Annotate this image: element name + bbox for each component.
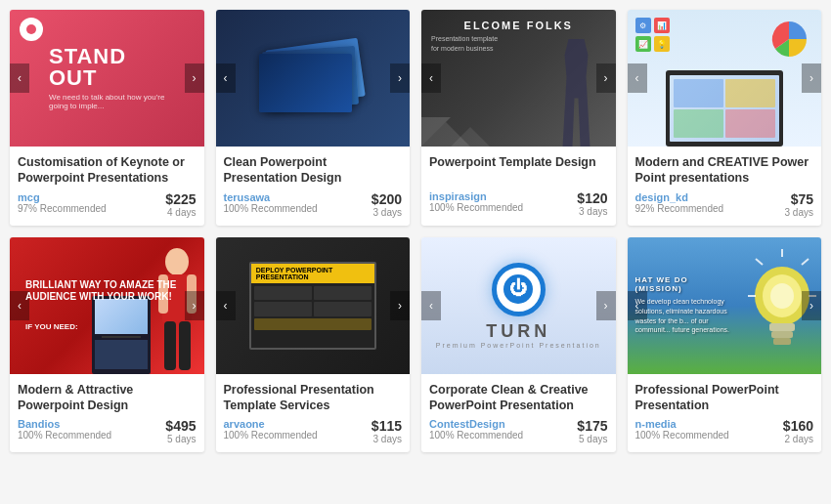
card-7-image: ‹ ⏻ TURN Premium PowerPoint Presentation… [421,237,616,374]
card-8-author[interactable]: n-media [635,418,729,430]
card-1-prev[interactable]: ‹ [10,63,29,93]
card-2-meta: terusawa 100% Recommended $200 3 days [224,191,403,218]
card-3-rating: 100% Recommended [429,202,523,213]
card-5-text-block: BRILLIANT WAY TO AMAZE THE AUDIENCE WITH… [18,272,197,339]
card-4-days: 3 days [785,207,813,218]
card-6-next[interactable]: › [390,291,410,320]
card-7-prev[interactable]: ‹ [421,291,441,320]
card-6-rating: 100% Recommended [224,430,318,441]
pres-cell-4 [314,302,372,316]
card-2[interactable]: ‹ › Clean Powerpoint Presentation Design… [216,10,411,226]
elcome-text: ELCOME FOLKS [464,20,573,31]
monitor-container [661,49,788,147]
card-6-image: ‹ DEPLOY POWERPOINT PRESENTATION › [216,237,411,374]
card-2-next[interactable]: › [390,63,410,93]
card-6-meta: arvaone 100% Recommended $115 3 days [224,418,403,444]
card-4[interactable]: ‹ ⚙ 📊 📈 💡 [628,10,822,226]
card-6-prev[interactable]: ‹ [216,291,236,320]
turn-text: TURN [486,321,550,342]
card-5-price: $495 [165,418,196,434]
card-8[interactable]: ‹ HAT WE DO (MISSION) We develop clean t… [628,237,822,453]
svg-rect-12 [769,323,795,331]
card-6[interactable]: ‹ DEPLOY POWERPOINT PRESENTATION › Profe… [216,237,411,453]
card-5-days: 5 days [165,434,196,444]
stand-out-sub: We need to talk about how you're going t… [29,93,185,110]
card-8-next[interactable]: › [802,291,821,320]
card-5-author[interactable]: Bandios [18,418,111,430]
card-3-prev[interactable]: ‹ [421,63,441,93]
slides-stack [264,44,362,112]
card-8-days: 2 days [783,434,813,444]
card-1-next[interactable]: › [185,63,204,93]
card-1-price: $225 [165,191,196,207]
card-8-text-block: HAT WE DO (MISSION) We develop clean tec… [635,275,733,335]
card-4-author[interactable]: design_kd [635,191,724,203]
turn-sub: Premium PowerPoint Presentation [436,342,601,349]
pres-content [251,283,374,348]
card-1-meta: mcg 97% Recommended $225 4 days [18,191,197,218]
card-4-body: Modern and CREATIVE Power Point presenta… [628,147,822,226]
card-2-author[interactable]: terusawa [224,191,318,203]
power-symbol: ⏻ [509,279,527,297]
brilliant-text: BRILLIANT WAY TO AMAZE THE AUDIENCE WITH… [25,279,189,303]
svg-point-15 [770,283,794,309]
card-3-title: Powerpoint Template Design [429,154,608,186]
card-3-days: 3 days [577,206,607,217]
card-7[interactable]: ‹ ⏻ TURN Premium PowerPoint Presentation… [421,237,616,453]
card-2-prev[interactable]: ‹ [216,63,236,93]
card-5-rating: 100% Recommended [18,430,111,441]
card-3[interactable]: ‹ ELCOME FOLKS Presentation templatefor … [421,10,616,226]
card-8-rating: 100% Recommended [635,430,729,441]
svg-rect-13 [771,331,793,338]
card-1-rating: 97% Recommended [18,203,107,214]
card-1-body: Customisation of Keynote or Powerpoint P… [10,147,204,226]
card-8-price: $160 [783,418,813,434]
card-3-next[interactable]: › [596,63,616,93]
pres-cell-wide [254,318,372,330]
card-8-image: ‹ HAT WE DO (MISSION) We develop clean t… [628,237,822,374]
card-3-body: Powerpoint Template Design inspirasign 1… [421,147,616,225]
pres-cell-3 [254,302,312,316]
card-1-title: Customisation of Keynote or Powerpoint P… [18,154,197,187]
card-7-author[interactable]: ContestDesign [429,418,523,430]
what-we-do-text: HAT WE DO (MISSION) [635,275,733,293]
person-silhouette [557,39,596,147]
card-1[interactable]: ‹ STAND OUT We need to talk about how yo… [10,10,204,226]
card-7-next[interactable]: › [596,291,616,320]
card-1-author[interactable]: mcg [18,191,107,203]
card-5-next[interactable]: › [185,291,204,320]
card-3-image: ‹ ELCOME FOLKS Presentation templatefor … [421,10,616,147]
card-4-image: ‹ ⚙ 📊 📈 💡 [628,10,822,147]
card-1-days: 4 days [165,207,196,218]
card-5-title: Modern & Attractive Powerpoint Design [18,382,197,414]
card-5-image: ‹ BRILLIANT WAY TO AMAZE THE AUDIENCE WI… [10,237,204,374]
card-6-author[interactable]: arvaone [224,418,318,430]
card-4-price: $75 [785,191,813,207]
card-8-meta: n-media 100% Recommended $160 2 days [635,418,814,444]
logo-circle [20,18,43,41]
triangle-decoration [421,98,500,147]
card-2-rating: 100% Recommended [224,203,318,214]
svg-rect-14 [773,338,791,345]
card-7-title: Corporate Clean & Creative PowerPoint Pr… [429,382,608,414]
card-4-next[interactable]: › [802,63,821,93]
card-2-title: Clean Powerpoint Presentation Design [224,154,403,187]
card-5[interactable]: ‹ BRILLIANT WAY TO AMAZE THE AUDIENCE WI… [10,237,204,453]
card-2-price: $200 [372,191,402,207]
card-6-title: Professional Presentation Template Servi… [224,382,403,414]
card-3-author[interactable]: inspirasign [429,190,523,202]
card-2-days: 3 days [372,207,402,218]
card-2-image: ‹ › [216,10,411,147]
pres-header: DEPLOY POWERPOINT PRESENTATION [251,264,374,283]
slide-text: Presentation templatefor modern business [431,34,529,54]
card-7-days: 5 days [577,434,607,444]
svg-line-17 [802,259,809,265]
stand-out-heading: STAND OUT [29,46,185,89]
card-6-price: $115 [372,418,402,434]
card-2-body: Clean Powerpoint Presentation Design ter… [216,147,411,226]
card-7-body: Corporate Clean & Creative PowerPoint Pr… [421,374,616,453]
card-4-prev[interactable]: ‹ [628,63,647,93]
card-3-price: $120 [577,190,607,206]
card-5-body: Modern & Attractive Powerpoint Design Ba… [10,374,204,453]
card-8-body: Professional PowerPoint Presentation n-m… [628,374,822,453]
